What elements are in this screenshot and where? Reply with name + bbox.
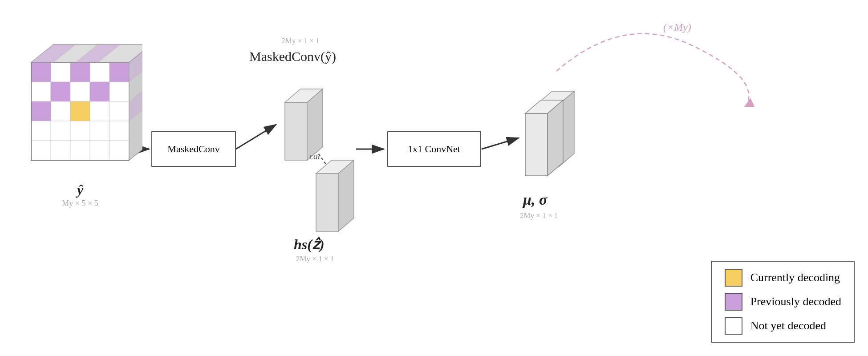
hs-label: hs(ẑ) [294, 236, 324, 253]
legend-swatch-purple [725, 293, 742, 311]
masked-conv-box: MaskedConv [151, 131, 236, 167]
output-dim: 2My × 1 × 1 [520, 211, 558, 220]
svg-rect-19 [51, 101, 70, 121]
lower-tensor [307, 151, 374, 242]
repeat-label: (×My) [663, 21, 691, 33]
svg-line-2 [236, 125, 276, 149]
svg-rect-58 [525, 113, 548, 176]
legend-swatch-white [725, 317, 742, 335]
svg-rect-18 [31, 101, 51, 121]
svg-rect-32 [110, 141, 129, 160]
svg-marker-6 [744, 98, 754, 107]
legend: Currently decoding Previously decoded No… [711, 261, 855, 343]
svg-rect-24 [51, 121, 70, 141]
cube-svg [18, 36, 142, 178]
svg-rect-9 [51, 62, 70, 82]
svg-rect-22 [110, 101, 129, 121]
hs-dim: 2My × 1 × 1 [296, 255, 334, 263]
masked-conv-label: MaskedConv [167, 143, 219, 155]
convnet-box: 1x1 ConvNet [387, 131, 481, 167]
svg-rect-16 [90, 82, 110, 101]
svg-rect-8 [31, 62, 51, 82]
svg-rect-27 [110, 121, 129, 141]
masked-conv-top-dim: 2My × 1 × 1 [256, 36, 345, 45]
svg-rect-31 [90, 141, 110, 160]
cube-area: ŷ My × 5 × 5 [18, 36, 142, 208]
svg-rect-25 [70, 121, 90, 141]
svg-rect-13 [31, 82, 51, 101]
svg-rect-10 [70, 62, 90, 82]
legend-item-not-yet: Not yet decoded [725, 317, 841, 335]
masked-conv-top-label: MaskedConv(ŷ) [249, 49, 336, 64]
svg-rect-52 [316, 174, 338, 231]
main-container: ŷ My × 5 × 5 MaskedConv MaskedConv(ŷ) 2M… [0, 0, 868, 356]
output-tensor-back [516, 89, 592, 180]
svg-rect-20 [70, 101, 90, 121]
cube-dim-label: My × 5 × 5 [18, 199, 142, 208]
svg-rect-17 [110, 82, 129, 101]
legend-item-currently: Currently decoding [725, 269, 841, 287]
svg-rect-30 [70, 141, 90, 160]
lower-tensor-svg [307, 151, 374, 240]
svg-rect-29 [51, 141, 70, 160]
legend-label-not-yet: Not yet decoded [750, 319, 826, 332]
convnet-label: 1x1 ConvNet [408, 143, 460, 155]
legend-swatch-yellow [725, 269, 742, 287]
output-tensor-back-svg [516, 89, 592, 178]
output-label: μ, σ [523, 191, 547, 208]
cube-label-area: ŷ My × 5 × 5 [18, 182, 142, 208]
svg-rect-21 [90, 101, 110, 121]
legend-label-currently: Currently decoding [750, 271, 840, 284]
cube-main-label: ŷ [18, 182, 142, 198]
legend-item-previously: Previously decoded [725, 293, 841, 311]
svg-rect-49 [285, 102, 307, 160]
svg-rect-23 [31, 121, 51, 141]
svg-rect-28 [31, 141, 51, 160]
svg-rect-12 [110, 62, 129, 82]
svg-line-5 [482, 138, 519, 149]
svg-rect-15 [70, 82, 90, 101]
svg-rect-26 [90, 121, 110, 141]
svg-rect-14 [51, 82, 70, 101]
svg-marker-60 [548, 100, 563, 176]
svg-rect-11 [90, 62, 110, 82]
legend-label-previously: Previously decoded [750, 295, 841, 308]
